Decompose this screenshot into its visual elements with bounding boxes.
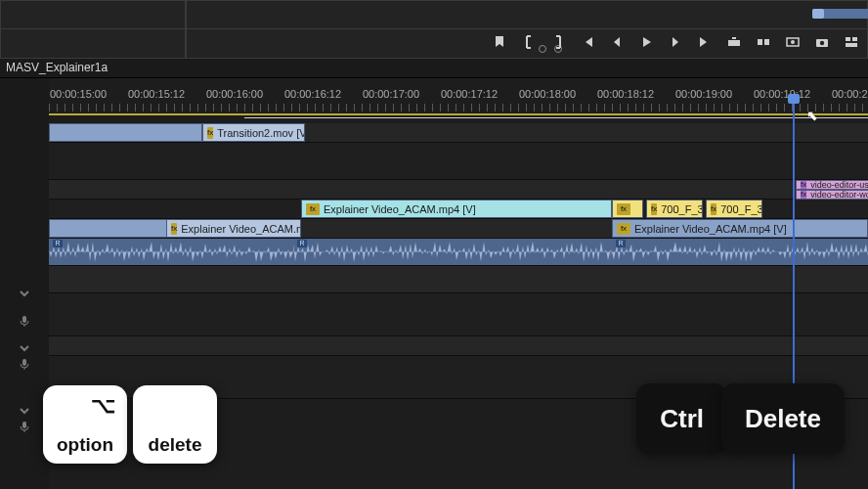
win-ctrl-key: Ctrl [636, 383, 727, 454]
a5-track-controls [0, 397, 49, 440]
clip[interactable]: fxExplainer Video_ACAM.mp4 [V] [301, 200, 612, 218]
track-a2[interactable] [49, 266, 868, 293]
audio-clip[interactable]: R [293, 239, 612, 265]
go-start-icon[interactable] [580, 34, 595, 54]
time-ruler[interactable]: 00:00:15:0000:00:15:1200:00:16:0000:00:1… [49, 88, 868, 117]
ruler-ticks [49, 104, 868, 111]
track-v0[interactable]: fxExplainer Video_ACAM.mp4fxExplainer Vi… [49, 219, 868, 239]
clip[interactable]: fxvideo-editor-working-o [796, 190, 868, 200]
mic-icon[interactable] [19, 358, 30, 370]
timecode-label: 00:00:15:00 [50, 88, 107, 100]
sequence-tab[interactable]: MASV_Explainer1a [0, 59, 868, 78]
track-v3[interactable] [49, 143, 868, 180]
export-frame-icon[interactable] [785, 34, 801, 54]
transport-controls [492, 34, 859, 54]
svg-rect-12 [22, 422, 26, 428]
track-a3[interactable] [49, 293, 868, 336]
svg-rect-8 [852, 37, 857, 41]
out-bracket-icon[interactable] [550, 34, 566, 54]
clip[interactable] [49, 123, 202, 142]
extract-icon[interactable] [756, 34, 771, 54]
mouse-cursor-icon: ⬉ [806, 108, 818, 123]
timecode-label: 00:00:20:00 [832, 88, 868, 100]
timecode-label: 00:00:16:12 [284, 88, 341, 100]
settings-icon[interactable] [844, 34, 859, 54]
option-symbol-icon: ⌥ [91, 393, 115, 419]
timecode-label: 00:00:17:00 [363, 88, 419, 100]
camera-icon[interactable] [814, 34, 830, 54]
mac-delete-key: delete [133, 385, 217, 464]
timecode-label: 00:00:18:12 [597, 88, 654, 100]
mic-icon[interactable] [19, 315, 30, 327]
key-label: Ctrl [660, 404, 704, 434]
timecode-label: 00:00:16:00 [206, 88, 263, 100]
play-icon[interactable] [638, 34, 654, 54]
svg-point-4 [791, 40, 795, 44]
step-back-icon[interactable] [609, 34, 625, 54]
sequence-name: MASV_Explainer1a [6, 61, 108, 74]
program-scroll-handle[interactable] [812, 9, 824, 19]
svg-rect-0 [728, 40, 740, 46]
clip[interactable]: fxTransition2.mov [V] [202, 123, 305, 142]
ruler-baseline [244, 117, 868, 118]
a1-track-controls [0, 280, 49, 307]
monitor-panels [0, 0, 868, 59]
playhead-handle[interactable] [788, 94, 800, 104]
svg-rect-7 [846, 37, 850, 41]
timecode-label: 00:00:18:00 [519, 88, 576, 100]
step-fwd-icon[interactable] [668, 34, 683, 54]
key-label: option [57, 434, 113, 456]
key-label: delete [149, 434, 202, 456]
timecode-label: 00:00:19:00 [675, 88, 732, 100]
clip[interactable]: fx700_F_35 [706, 200, 762, 218]
clip[interactable]: fx700_F_35 [646, 200, 703, 218]
a2-track-controls [0, 307, 49, 334]
a3-track-controls [0, 334, 49, 378]
expand-icon[interactable] [19, 342, 30, 354]
track-v2[interactable]: fxvideo-editor-using profxvideo-editor-w… [49, 180, 868, 200]
clip[interactable]: fxExplainer Video_ACAM.mp4 [166, 219, 301, 238]
track-a1[interactable]: RRR [49, 239, 868, 266]
mic-icon[interactable] [19, 421, 30, 432]
key-label: Delete [745, 404, 821, 434]
in-bracket-icon[interactable] [521, 34, 537, 54]
timecode-label: 00:00:17:12 [441, 88, 498, 100]
marker-icon[interactable] [492, 34, 507, 54]
mac-option-key: ⌥ option [43, 385, 127, 464]
track-a4[interactable] [49, 336, 868, 356]
svg-rect-9 [846, 43, 857, 47]
work-area-bar[interactable] [49, 113, 868, 115]
timecode-label: 00:00:19:12 [754, 88, 810, 100]
source-monitor [0, 0, 186, 59]
track-v4[interactable]: fxTransition2.mov [V] [49, 123, 868, 143]
svg-rect-11 [22, 359, 26, 366]
clip[interactable]: fxvideo-editor-using pro [796, 180, 868, 190]
svg-point-6 [820, 41, 824, 45]
svg-rect-1 [758, 39, 762, 45]
program-monitor [186, 0, 868, 59]
svg-rect-2 [764, 39, 769, 45]
win-delete-key: Delete [721, 383, 845, 454]
lift-icon[interactable] [726, 34, 742, 54]
clip[interactable]: fx [612, 200, 643, 218]
expand-icon[interactable] [19, 405, 30, 417]
audio-clip[interactable]: R [49, 239, 293, 265]
audio-clip[interactable]: R [612, 239, 868, 265]
timecode-label: 00:00:15:12 [128, 88, 185, 100]
expand-icon[interactable] [19, 288, 30, 299]
clip[interactable]: fxExplainer Video_ACAM.mp4 [V] [612, 219, 868, 238]
track-v1[interactable]: fxExplainer Video_ACAM.mp4 [V]fxfx700_F_… [49, 200, 868, 219]
go-end-icon[interactable] [697, 34, 713, 54]
tracks-container: fxTransition2.mov [V]fxvideo-editor-usin… [49, 123, 868, 399]
svg-rect-10 [22, 316, 26, 323]
